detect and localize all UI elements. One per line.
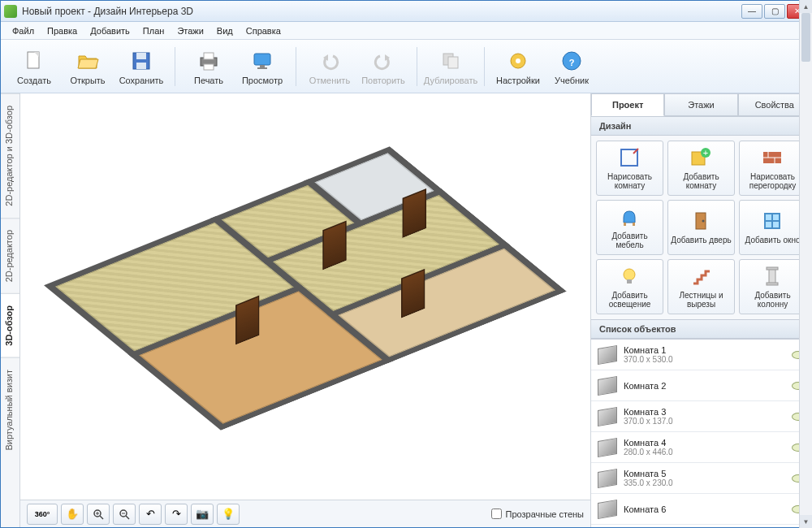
zoom-in-button[interactable] (87, 504, 110, 525)
svg-line-20 (100, 516, 103, 519)
add-room-button[interactable]: +Добавить комнату (667, 141, 735, 196)
left-tab-2d3d[interactable]: 2D-редактор и 3D-обзор (1, 93, 19, 218)
menu-edit[interactable]: Правка (41, 24, 84, 38)
menu-floors[interactable]: Этажи (171, 24, 209, 38)
object-list-scrollbar[interactable]: ▲ ▼ (799, 339, 811, 527)
duplicate-icon (438, 48, 464, 74)
svg-rect-7 (204, 64, 214, 70)
main-toolbar: СоздатьОткрытьСохранитьПечатьПросмотрОтм… (1, 40, 811, 93)
svg-rect-44 (769, 268, 775, 284)
bulb-icon (619, 266, 641, 288)
save-button[interactable]: Сохранить (116, 44, 166, 89)
window-title: Новый проект - Дизайн Интерьера 3D (22, 6, 741, 17)
object-item[interactable]: Комната 5335.0 x 230.0 (591, 463, 811, 494)
undo-icon (317, 48, 343, 74)
view-360-button[interactable]: 360° (27, 504, 58, 525)
left-tab-strip: 2D-редактор и 3D-обзор2D-редактор3D-обзо… (1, 93, 20, 527)
object-list[interactable]: Комната 1370.0 x 530.0Комната 2Комната 3… (591, 339, 811, 527)
objects-section-header: Список объектов (591, 319, 811, 339)
light-button[interactable]: 💡 (217, 504, 240, 525)
pan-button[interactable]: ✋ (61, 504, 84, 525)
wall-icon (762, 147, 784, 170)
svg-rect-35 (624, 223, 626, 226)
column-icon (762, 266, 784, 288)
draw-room-button[interactable]: Нарисовать комнату (596, 141, 663, 196)
maximize-button[interactable]: ▢ (764, 4, 785, 19)
duplicate-button: Дублировать (425, 44, 476, 89)
print-button[interactable]: Печать (184, 44, 234, 89)
left-tab-virtual[interactable]: Виртуальный визит (1, 357, 19, 462)
menu-file[interactable]: Файл (6, 24, 41, 38)
view-toolbar: 360° ✋ ↶ ↷ 📷 💡 Прозрачные стены (20, 500, 590, 527)
svg-rect-14 (448, 57, 458, 68)
menu-help[interactable]: Справка (240, 24, 287, 38)
menu-view[interactable]: Вид (210, 24, 240, 38)
room-icon (598, 499, 617, 518)
redo-icon (370, 48, 396, 74)
rotate-cw-button[interactable]: ↷ (165, 504, 188, 525)
chair-icon (619, 206, 641, 229)
add-furniture-button[interactable]: Добавить мебель (596, 200, 663, 255)
svg-rect-46 (767, 283, 778, 285)
preview-button[interactable]: Просмотр (237, 44, 287, 89)
app-icon (4, 5, 17, 18)
svg-rect-3 (136, 53, 146, 59)
room-icon (598, 406, 617, 426)
file-new-icon (21, 48, 47, 74)
right-tab-floors[interactable]: Этажи (664, 93, 737, 116)
room-icon (598, 375, 617, 395)
stairs-icon (690, 266, 713, 288)
window-icon (762, 210, 784, 233)
camera-button[interactable]: 📷 (191, 504, 214, 525)
svg-rect-9 (260, 65, 265, 67)
left-tab-3d[interactable]: 3D-обзор (1, 293, 19, 357)
menu-add[interactable]: Добавить (84, 24, 136, 38)
create-button[interactable]: Создать (9, 44, 59, 89)
add-door-button[interactable]: Добавить дверь (667, 200, 735, 255)
room-icon (598, 437, 617, 457)
object-item[interactable]: Комната 2 (591, 370, 811, 401)
redo-button: Повторить (358, 44, 408, 89)
rotate-ccw-button[interactable]: ↶ (139, 504, 162, 525)
right-panel: ПроектЭтажиСвойства Дизайн Нарисовать ко… (590, 93, 811, 527)
svg-rect-36 (633, 223, 635, 226)
open-button[interactable]: Открыть (63, 44, 113, 89)
object-item[interactable]: Комната 1370.0 x 530.0 (591, 340, 811, 370)
add-room-icon: + (690, 147, 713, 170)
3d-viewport[interactable] (20, 93, 590, 500)
svg-rect-4 (136, 63, 146, 69)
minimize-button[interactable]: — (741, 4, 762, 19)
object-item[interactable]: Комната 6 (591, 494, 811, 525)
object-item[interactable]: Комната 3370.0 x 137.0 (591, 401, 811, 432)
add-window-button[interactable]: Добавить окно (739, 200, 806, 255)
svg-text:+: + (702, 148, 707, 158)
left-tab-2d[interactable]: 2D-редактор (1, 218, 19, 293)
add-light-button[interactable]: Добавить освещение (596, 259, 663, 314)
add-column-button[interactable]: Добавить колонну (739, 259, 806, 314)
svg-text:?: ? (569, 58, 575, 67)
svg-rect-8 (254, 54, 270, 65)
transparent-walls-input[interactable] (491, 509, 502, 519)
svg-line-24 (126, 516, 129, 519)
printer-icon (196, 48, 222, 74)
settings-button[interactable]: Настройки (493, 44, 543, 89)
svg-rect-6 (204, 53, 214, 59)
folder-open-icon (75, 48, 101, 74)
transparent-walls-checkbox[interactable]: Прозрачные стены (491, 509, 584, 519)
stairs-button[interactable]: Лестницы и вырезы (667, 259, 735, 314)
tutorial-button[interactable]: ?Учебник (546, 44, 597, 89)
svg-rect-43 (627, 279, 632, 283)
monitor-icon (249, 48, 275, 74)
object-item[interactable]: Комната 4280.0 x 446.0 (591, 432, 811, 463)
svg-point-38 (702, 220, 704, 223)
draw-wall-button[interactable]: Нарисовать перегородку (739, 141, 806, 196)
app-window: Новый проект - Дизайн Интерьера 3D — ▢ ✕… (0, 0, 812, 528)
gear-icon (505, 48, 531, 74)
svg-rect-10 (257, 67, 267, 69)
zoom-out-button[interactable] (113, 504, 136, 525)
design-section-header: Дизайн (591, 116, 811, 136)
draw-room-icon (619, 147, 641, 170)
right-tab-project[interactable]: Проект (591, 93, 664, 116)
scroll-down-icon[interactable]: ▼ (800, 515, 811, 527)
menu-plan[interactable]: План (136, 24, 171, 38)
